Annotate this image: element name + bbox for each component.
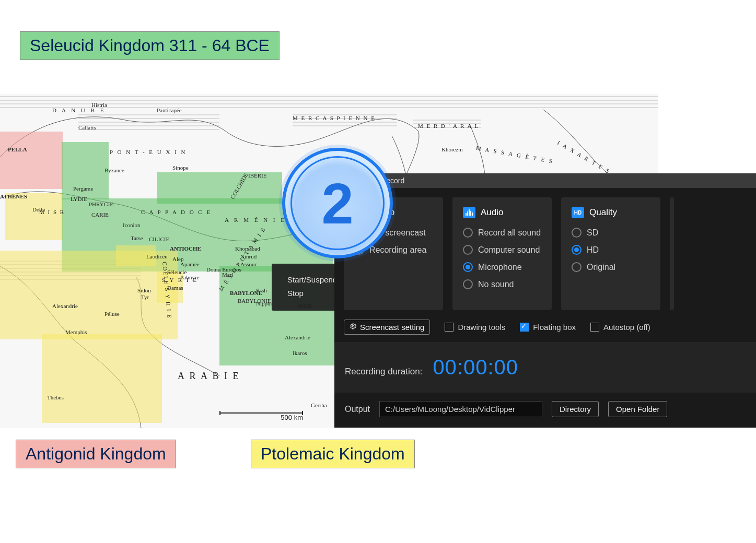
map-place-label: Tyr [141,294,149,300]
checkbox-autostop[interactable]: Autostop (off) [590,323,650,332]
map-place-label: Iconion [123,222,141,228]
map-scale-label: 500 km [219,414,303,421]
map-place-label: Marl [222,272,233,278]
map-place-label: Kish [256,287,267,293]
radio-icon [572,262,581,272]
checkbox-icon [520,323,529,332]
legend-ptolemaic: Ptolemaic Kingdom [251,440,415,468]
radio-quality-hd[interactable]: HD [572,245,650,255]
map-place-label: Delhi [32,206,45,213]
map-region-label: P O N T - E U X I N [110,149,187,155]
region-overlay [5,193,63,240]
svg-rect-2 [466,213,467,216]
svg-rect-3 [467,211,468,216]
panel-audio: Audio Record all sound Computer sound Mi… [452,197,552,310]
svg-rect-5 [470,211,471,216]
open-folder-button[interactable]: Open Folder [608,401,667,417]
radio-icon [572,245,581,255]
directory-button[interactable]: Directory [552,401,599,417]
output-bar: Output Directory Open Folder [334,393,756,428]
region-ptolemaic-overlay [42,334,162,423]
map-place-label: Ninrud [240,253,257,259]
map-place-label: Alexandrie [52,303,78,309]
map-place-label: ANTIOCHE [170,245,201,252]
map-place-label: Nippur [256,300,272,306]
map-place-label: Memphis [65,329,87,335]
radio-icon [463,262,473,272]
map-region-label: A R A B I E [178,371,240,382]
slide-title: Seleucid Kingdom 311 - 64 BCE [20,31,280,60]
hd-icon: HD [572,207,584,218]
map-place-label: Histria [91,102,107,108]
checkbox-floating-box[interactable]: Floating box [520,323,576,332]
duration-time: 00:00:00 [433,356,518,379]
region-antigonid-overlay [0,132,63,189]
map-place-label: Panticapée [157,107,182,113]
map-region-label: C A P P A D O C E [141,209,212,215]
map-place-label: Thèbes [47,394,64,400]
checkbox-icon [445,323,453,332]
screenrecord-window: per - ScreenRecord Video Full screencast… [334,173,756,428]
map-place-label: Laodicée [146,253,167,259]
map-place-label: Sinope [172,164,189,171]
output-label: Output [345,405,370,414]
map-place-label: Khorsabad [235,245,260,252]
map-place-label: Pergame [73,185,93,192]
duration-label: Recording duration: [345,367,422,377]
shortcut-stop-label: Stop [287,287,304,300]
map-place-label: Khorezm [441,146,463,152]
map-place-label: Péluse [104,311,120,317]
map-place-label: Sidon [137,287,151,293]
map-place-label: Ikaros [293,350,307,356]
radio-no-sound[interactable]: No sound [463,279,541,289]
map-region-label: LYDIE [71,196,87,202]
map-region-label: PHRYGIE [89,201,113,207]
map-place-label: Assour [240,261,257,267]
map-region-label: A R M É N I E [225,217,286,223]
map-place-label: CILICIE [149,236,169,242]
map-place-label: Damas [167,285,183,291]
panel-quality-title: Quality [589,207,617,218]
map-place-label: Byzance [104,167,124,173]
map-place-label: Alep [172,256,183,262]
panel-extra [670,197,674,310]
duration-bar: Recording duration: 00:00:00 [334,342,756,393]
map-region-label: CARIE [91,211,109,218]
radio-quality-sd[interactable]: SD [572,228,650,238]
map-scale: 500 km [219,412,303,421]
radio-icon [463,279,473,289]
map-region-label: M E R D ' A R A L [418,123,479,129]
radio-record-all-sound[interactable]: Record all sound [463,228,541,238]
checkbox-icon [590,323,599,332]
svg-rect-6 [472,213,473,216]
map-place-label: Gerrha [311,402,327,408]
audio-icon [463,207,475,218]
map-place-label: Callatis [78,124,96,131]
map-place-label: ATHENES [0,193,27,199]
map-place-label: PELLA [8,146,27,152]
window-titlebar[interactable]: per - ScreenRecord [334,173,756,188]
radio-computer-sound[interactable]: Computer sound [463,245,541,255]
gear-icon [350,323,357,332]
panel-audio-title: Audio [481,207,503,218]
radio-icon [572,228,581,238]
map-region-label: IBÉRIE [248,172,266,179]
legend-antigonid: Antigonid Kingdom [16,440,176,468]
radio-microphone[interactable]: Microphone [463,262,541,272]
settings-bar: Screencast setting Drawing tools Floatin… [334,310,756,342]
map-place-label: Alexandrie [285,334,310,340]
checkbox-drawing-tools[interactable]: Drawing tools [445,323,505,332]
map-region-label: M E R C A S P I E N N E [293,115,376,121]
panel-quality: HD Quality SD HD Original [561,197,660,310]
map-place-label: Tarse [131,235,143,241]
radio-icon [463,245,473,255]
radio-quality-original[interactable]: Original [572,262,650,272]
screencast-setting-button[interactable]: Screencast setting [344,320,430,335]
output-path-input[interactable] [379,401,542,417]
radio-icon [463,228,473,238]
svg-rect-4 [469,209,470,216]
map-place-label: Palmyre [180,274,200,280]
svg-point-7 [352,325,354,327]
countdown-circle: 2 [282,148,393,258]
